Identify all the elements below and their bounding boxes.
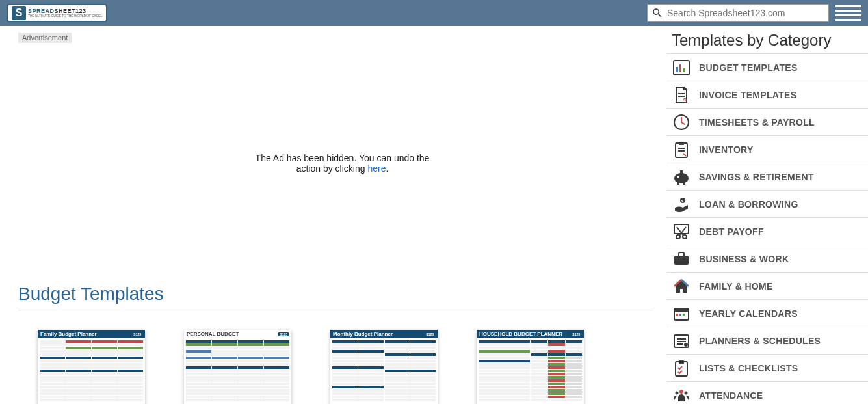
svg-point-10 xyxy=(674,173,689,183)
category-item[interactable]: BUSINESS & WORK xyxy=(666,245,868,272)
main-content: Advertisement The Ad has been hidden. Yo… xyxy=(0,26,666,404)
category-label: ATTENDANCE xyxy=(699,390,763,401)
category-item[interactable]: INVENTORY xyxy=(666,135,868,163)
template-card[interactable]: Monthly Budget PlannerS123 xyxy=(330,330,438,404)
scissors-icon xyxy=(672,223,691,240)
category-item[interactable]: DEBT PAYOFF xyxy=(666,217,868,245)
sidebar: Templates by Category BUDGET TEMPLATES$I… xyxy=(666,26,868,404)
category-item[interactable]: $LOAN & BORROWING xyxy=(666,190,868,217)
invoice-icon: $ xyxy=(672,87,691,103)
category-item[interactable]: FAMILY & HOME xyxy=(666,272,868,299)
svg-rect-2 xyxy=(679,64,681,72)
svg-point-11 xyxy=(677,176,679,178)
menu-button[interactable] xyxy=(835,4,861,22)
svg-rect-23 xyxy=(676,314,678,316)
category-label: YEARLY CALENDARS xyxy=(699,308,798,319)
svg-rect-14 xyxy=(683,182,685,185)
svg-point-30 xyxy=(679,390,683,394)
category-label: BUSINESS & WORK xyxy=(699,254,789,264)
site-logo[interactable]: S SPREADSHEET123 THE ULTIMATE GUIDE TO T… xyxy=(7,4,107,22)
template-card[interactable]: HOUSEHOLD BUDGET PLANNERS123 xyxy=(477,330,584,404)
ad-undo-link[interactable]: here xyxy=(367,163,386,174)
svg-point-27 xyxy=(684,343,688,347)
header: S SPREADSHEET123 THE ULTIMATE GUIDE TO T… xyxy=(0,0,868,26)
templates-row: Family Budget PlannerS123 xyxy=(18,310,666,404)
category-label: PLANNERS & SCHEDULES xyxy=(699,336,821,346)
section-title: Budget Templates xyxy=(18,284,653,310)
search-box[interactable] xyxy=(647,4,829,22)
svg-rect-12 xyxy=(680,170,683,174)
category-label: DEBT PAYOFF xyxy=(699,226,764,237)
category-item[interactable]: TIMESHEETS & PAYROLL xyxy=(666,108,868,135)
search-icon xyxy=(651,7,663,19)
category-label: INVOICE TEMPLATES xyxy=(699,90,796,100)
svg-rect-1 xyxy=(676,67,678,72)
svg-rect-20 xyxy=(674,256,689,265)
search-input[interactable] xyxy=(667,8,824,18)
category-label: FAMILY & HOME xyxy=(699,281,773,291)
category-item[interactable]: SAVINGS & RETIREMENT xyxy=(666,163,868,190)
clipboard-icon xyxy=(672,141,691,158)
clock-icon xyxy=(672,114,691,131)
svg-text:$: $ xyxy=(683,97,687,103)
calendar-icon xyxy=(672,305,691,322)
template-card[interactable]: PERSONAL BUDGETS123 xyxy=(184,330,291,404)
category-item[interactable]: ATTENDANCE xyxy=(666,381,868,404)
ad-label: Advertisement xyxy=(18,33,72,43)
ad-hidden-message: The Ad has been hidden. You can undo the… xyxy=(18,43,666,284)
category-label: LOAN & BORROWING xyxy=(699,199,798,209)
logo-icon: S xyxy=(12,6,26,20)
svg-rect-13 xyxy=(677,182,679,185)
svg-rect-25 xyxy=(683,314,685,316)
category-label: TIMESHEETS & PAYROLL xyxy=(699,117,815,128)
budget-icon xyxy=(672,59,691,76)
svg-rect-4 xyxy=(678,93,685,94)
loan-icon: $ xyxy=(672,196,691,213)
category-item[interactable]: PLANNERS & SCHEDULES xyxy=(666,327,868,354)
svg-rect-28 xyxy=(676,362,687,376)
svg-point-31 xyxy=(676,391,679,394)
checklist-icon xyxy=(672,360,691,377)
svg-rect-3 xyxy=(683,68,685,72)
category-item[interactable]: LISTS & CHECKLISTS xyxy=(666,354,868,381)
briefcase-icon xyxy=(672,250,691,267)
category-item[interactable]: $INVOICE TEMPLATES xyxy=(666,81,868,108)
category-label: INVENTORY xyxy=(699,144,754,155)
people-icon xyxy=(672,387,691,404)
category-label: SAVINGS & RETIREMENT xyxy=(699,172,814,182)
home-icon xyxy=(672,278,691,295)
sidebar-title: Templates by Category xyxy=(666,31,868,53)
category-label: LISTS & CHECKLISTS xyxy=(699,363,798,373)
category-item[interactable]: BUDGET TEMPLATES xyxy=(666,53,868,81)
svg-rect-9 xyxy=(679,142,684,145)
svg-rect-22 xyxy=(674,308,689,312)
template-card[interactable]: Family Budget PlannerS123 xyxy=(38,330,145,404)
piggy-icon xyxy=(672,168,691,185)
planner-icon xyxy=(672,332,691,349)
category-list: BUDGET TEMPLATES$INVOICE TEMPLATESTIMESH… xyxy=(666,53,868,404)
svg-rect-29 xyxy=(679,360,684,364)
category-label: BUDGET TEMPLATES xyxy=(699,62,798,73)
category-item[interactable]: YEARLY CALENDARS xyxy=(666,299,868,327)
svg-point-32 xyxy=(685,391,688,394)
svg-rect-24 xyxy=(679,314,681,316)
